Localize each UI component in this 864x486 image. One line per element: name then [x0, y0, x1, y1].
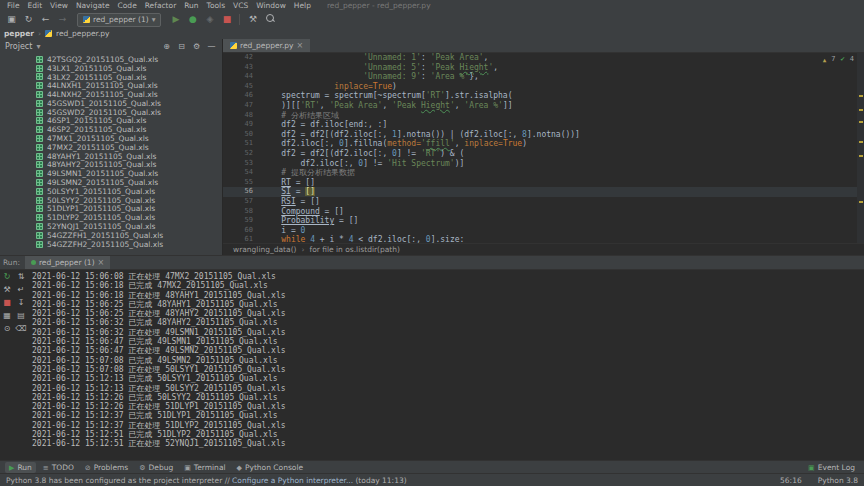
coverage-button[interactable]: ◈: [202, 12, 217, 27]
line-number: 46: [223, 91, 262, 101]
back-icon[interactable]: ←: [38, 12, 53, 27]
forward-icon[interactable]: →: [55, 12, 70, 27]
settings-icon[interactable]: ⚒: [3, 285, 10, 295]
tool-window-button-todo[interactable]: ≡TODO: [39, 462, 78, 473]
project-panel-title[interactable]: Project: [5, 42, 32, 51]
breadcrumb-project[interactable]: pepper: [4, 29, 34, 38]
close-icon[interactable]: ×: [297, 41, 304, 50]
tree-item[interactable]: 42TSGQ2_20151105_Qual.xls: [0, 55, 222, 64]
stop-button[interactable]: ■: [219, 12, 234, 27]
interpreter-widget[interactable]: Python 3.8: [818, 476, 858, 485]
tool-window-button-run[interactable]: ▶Run: [5, 462, 36, 473]
clear-all-icon[interactable]: ⌫: [15, 324, 26, 334]
run-tab[interactable]: red_pepper (1) ×: [25, 256, 110, 269]
menu-view[interactable]: View: [46, 1, 72, 10]
inspections-widget[interactable]: ▲7 ✔4: [823, 55, 854, 65]
line-number: 60: [223, 226, 262, 236]
chevron-down-icon: ▾: [152, 15, 156, 24]
sync-icon[interactable]: ↻: [21, 12, 36, 27]
menu-vcs[interactable]: VCS: [229, 1, 252, 10]
menu-code[interactable]: Code: [114, 1, 141, 10]
run-configuration-combo[interactable]: red_pepper (1) ▾: [77, 13, 161, 27]
menu-window[interactable]: Window: [252, 1, 290, 10]
locate-file-icon[interactable]: ⊕: [161, 42, 172, 51]
collapse-all-icon[interactable]: ⊟: [176, 42, 187, 51]
print-icon[interactable]: ▤: [17, 311, 25, 321]
tree-item-label: 52YNQJ1_20151105_Qual.xls: [47, 222, 155, 231]
menu-tools[interactable]: Tools: [203, 1, 229, 10]
soft-wrap-icon[interactable]: ↵: [18, 285, 25, 295]
menu-refactor[interactable]: Refactor: [141, 1, 180, 10]
console-line: 2021-06-12 15:06:47 已完成 49LSMN1_20151105…: [32, 337, 864, 346]
caret-position[interactable]: 56:16: [780, 476, 802, 485]
menu-navigate[interactable]: Navigate: [72, 1, 114, 10]
tree-item[interactable]: 45GSWD1_20151105_Qual.xls: [0, 99, 222, 108]
tree-item-label: 42TSGQ2_20151105_Qual.xls: [47, 55, 158, 64]
scrollbar-marker: [859, 141, 863, 143]
event-log-button[interactable]: ▣ Event Log: [804, 462, 859, 473]
status-message-note: (today 11:13): [353, 476, 407, 485]
tool-window-button-problems[interactable]: ⊘Problems: [81, 462, 132, 473]
run-button[interactable]: ▶: [168, 12, 183, 27]
code-text: # 分析结果区域: [262, 111, 864, 121]
chevron-down-icon[interactable]: ▾: [36, 42, 40, 51]
stop-icon[interactable]: ■: [3, 298, 11, 308]
tree-item[interactable]: 44LNXH2_20151105_Qual.xls: [0, 90, 222, 99]
tree-item[interactable]: 47MX1_20151105_Qual.xls: [0, 134, 222, 143]
editor-scrollbar[interactable]: [857, 53, 864, 244]
hide-panel-icon[interactable]: —: [206, 42, 217, 51]
tree-item[interactable]: 47MX2_20151105_Qual.xls: [0, 143, 222, 152]
pin-icon[interactable]: ⊙: [4, 324, 11, 334]
menu-help[interactable]: Help: [290, 1, 315, 10]
tree-item[interactable]: 43LX2_20151105_Qual.xls: [0, 73, 222, 82]
menu-file[interactable]: File: [3, 1, 24, 10]
menu-edit[interactable]: Edit: [24, 1, 47, 10]
gear-icon[interactable]: ⚙: [191, 42, 202, 51]
menu-run[interactable]: Run: [180, 1, 202, 10]
tree-item[interactable]: 44LNXH1_20151105_Qual.xls: [0, 81, 222, 90]
tree-item[interactable]: 52YNQJ1_20151105_Qual.xls: [0, 222, 222, 231]
breadcrumb-file[interactable]: red_pepper.py: [56, 29, 110, 38]
project-panel-header: Project ▾ ⊕ ⊟ ⚙ —: [0, 39, 222, 53]
editor-tab-red-pepper[interactable]: red_pepper.py ×: [223, 39, 310, 52]
excel-file-icon: [36, 73, 43, 80]
tree-item[interactable]: 45GSWD2_20151105_Qual.xls: [0, 108, 222, 117]
tree-item[interactable]: 51DLYP2_20151105_Qual.xls: [0, 213, 222, 222]
breadcrumb-loop[interactable]: for file in os.listdir(path): [310, 245, 400, 254]
tree-item[interactable]: 50LSYY1_20151105_Qual.xls: [0, 187, 222, 196]
close-icon[interactable]: ×: [98, 258, 105, 267]
scroll-to-end-icon[interactable]: ↧: [18, 298, 25, 308]
tree-item[interactable]: 48YAHY1_20151105_Qual.xls: [0, 152, 222, 161]
project-tree[interactable]: 42TSGQ2_20151105_Qual.xls43LX1_20151105_…: [0, 55, 222, 255]
tree-item[interactable]: 54GZZFH2_20151105_Qual.xls: [0, 240, 222, 249]
tool-window-button-python-console[interactable]: ◆Python Console: [233, 462, 308, 473]
tool-window-button-terminal[interactable]: ▣Terminal: [180, 462, 229, 473]
tree-item[interactable]: 49LSMN2_20151105_Qual.xls: [0, 178, 222, 187]
tool-window-button-debug[interactable]: ⚙Debug: [135, 462, 177, 473]
restore-layout-icon[interactable]: ▦: [3, 311, 11, 321]
breadcrumb-function[interactable]: wrangling_data(): [233, 245, 297, 254]
status-message-link[interactable]: Configure a Python interpreter...: [232, 476, 353, 485]
tree-item[interactable]: 46SP2_20151105_Qual.xls: [0, 125, 222, 134]
excel-file-icon: [36, 65, 43, 72]
tree-item[interactable]: 51DLYP1_20151105_Qual.xls: [0, 205, 222, 214]
tree-item[interactable]: 49LSMN1_20151105_Qual.xls: [0, 169, 222, 178]
tree-item[interactable]: 46SP1_20151105_Qual.xls: [0, 117, 222, 126]
run-console-output[interactable]: 2021-06-12 15:06:08 正在处理 47MX2_20151105_…: [30, 269, 864, 461]
console-line: 2021-06-12 15:12:51 正在处理 52YNQJ1_2015110…: [32, 439, 864, 448]
stacktrace-arrows-icon[interactable]: ⇅: [18, 272, 25, 282]
wrench-icon[interactable]: ⚒: [245, 12, 260, 27]
save-icon[interactable]: ▣: [4, 12, 19, 27]
tree-item[interactable]: 43LX1_20151105_Qual.xls: [0, 64, 222, 73]
run-configuration-name: red_pepper (1): [93, 15, 149, 24]
tree-item[interactable]: 54GZZFH1_20151105_Qual.xls: [0, 231, 222, 240]
scrollbar-marker: [859, 95, 863, 97]
tree-item[interactable]: 50LSYY2_20151105_Qual.xls: [0, 196, 222, 205]
debug-button[interactable]: ●: [185, 12, 200, 27]
tree-item[interactable]: 48YAHY2_20151105_Qual.xls: [0, 161, 222, 170]
rerun-icon[interactable]: ↻: [4, 272, 11, 282]
code-editor[interactable]: ▲7 ✔4 42 'Unnamed: 1': 'Peak Area',43 'U…: [223, 53, 864, 244]
search-icon[interactable]: [262, 12, 277, 27]
excel-file-icon: [36, 188, 43, 195]
line-number: 59: [223, 216, 262, 226]
